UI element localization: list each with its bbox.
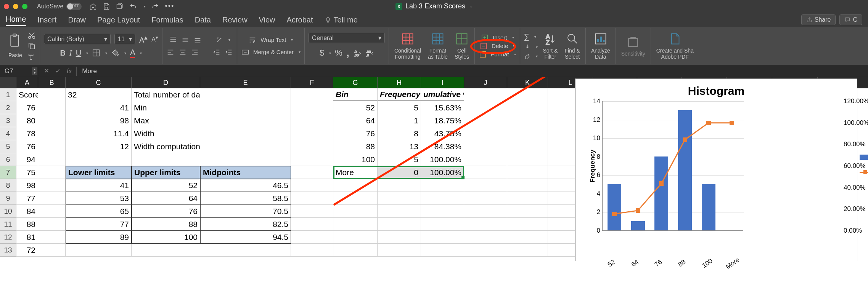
font-size-select[interactable]: 11▾	[114, 34, 135, 44]
cell-H11[interactable]	[378, 218, 421, 231]
decrease-font-icon[interactable]: A▾	[151, 35, 158, 43]
cell-F8[interactable]	[291, 179, 333, 192]
histogram-chart[interactable]: Histogram Frequency 02468101214 0.00%20.…	[575, 78, 857, 261]
cell-I3[interactable]: 18.75%	[421, 114, 464, 127]
row-header-5[interactable]: 5	[0, 140, 16, 153]
row-header-8[interactable]: 8	[0, 179, 16, 192]
align-middle-icon[interactable]	[181, 36, 190, 44]
bold-button[interactable]: B	[60, 49, 66, 57]
cell-E5[interactable]	[200, 140, 291, 153]
align-right-icon[interactable]	[191, 48, 199, 56]
adobe-pdf-button[interactable]: Create and Sha Adobe PDF	[655, 32, 695, 60]
cell-E11[interactable]: 82.5	[200, 218, 291, 231]
cell-K3[interactable]	[507, 114, 548, 127]
col-header-B[interactable]: B	[38, 77, 66, 88]
cell-C9[interactable]: 53	[66, 192, 132, 205]
cell-H9[interactable]	[378, 192, 421, 205]
cell-E7[interactable]: Midpoints	[200, 166, 291, 179]
cell-C11[interactable]: 77	[66, 218, 132, 231]
cell-J3[interactable]	[464, 114, 507, 127]
cell-H3[interactable]: 1	[378, 114, 421, 127]
cell-I9[interactable]	[421, 192, 464, 205]
cell-E4[interactable]	[200, 127, 291, 140]
cell-C13[interactable]	[66, 244, 132, 257]
cell-G2[interactable]: 52	[333, 101, 378, 114]
cell-H5[interactable]: 13	[378, 140, 421, 153]
tab-draw[interactable]: Draw	[68, 14, 86, 26]
row-header-7[interactable]: 7	[0, 166, 16, 179]
cell-C3[interactable]: 98	[66, 114, 132, 127]
cell-A5[interactable]: 76	[16, 140, 38, 153]
cell-J7[interactable]	[464, 166, 507, 179]
cell-A11[interactable]: 88	[16, 218, 38, 231]
increase-indent-icon[interactable]	[225, 48, 233, 56]
autosum-icon[interactable]: ∑	[524, 32, 529, 41]
cell-G3[interactable]: 64	[333, 114, 378, 127]
cell-F7[interactable]	[291, 166, 333, 179]
cell-J13[interactable]	[464, 244, 507, 257]
cell-J11[interactable]	[464, 218, 507, 231]
row-header-2[interactable]: 2	[0, 101, 16, 114]
row-header-6[interactable]: 6	[0, 153, 16, 166]
cell-A9[interactable]: 77	[16, 192, 38, 205]
document-title[interactable]: X Lab 3 Exam Scores ⌄	[395, 2, 473, 10]
cell-E3[interactable]	[200, 114, 291, 127]
cell-K10[interactable]	[507, 205, 548, 218]
cell-J6[interactable]	[464, 153, 507, 166]
row-header-1[interactable]: 1	[0, 88, 16, 101]
col-header-E[interactable]: E	[200, 77, 291, 88]
cell-F3[interactable]	[291, 114, 333, 127]
cell-C10[interactable]: 65	[66, 205, 132, 218]
cell-G10[interactable]	[333, 205, 378, 218]
cell-B9[interactable]	[38, 192, 66, 205]
cell-J12[interactable]	[464, 231, 507, 244]
cell-I2[interactable]: 15.63%	[421, 101, 464, 114]
cell-I1[interactable]: umulative %	[421, 88, 464, 101]
paste-button[interactable]: Paste	[7, 34, 24, 58]
cell-D4[interactable]: Width	[132, 127, 200, 140]
format-painter-icon[interactable]	[27, 53, 36, 61]
orientation-icon[interactable]	[215, 36, 223, 44]
cell-C8[interactable]: 41	[66, 179, 132, 192]
cell-I11[interactable]	[421, 218, 464, 231]
align-top-icon[interactable]	[169, 36, 177, 44]
formula-input[interactable]	[78, 67, 868, 75]
cell-B3[interactable]	[38, 114, 66, 127]
cell-C1[interactable]: 32	[66, 88, 132, 101]
cell-H8[interactable]	[378, 179, 421, 192]
align-bottom-icon[interactable]	[193, 36, 202, 44]
cell-B10[interactable]	[38, 205, 66, 218]
minimize-window-button[interactable]	[13, 4, 18, 9]
align-left-icon[interactable]	[166, 48, 175, 56]
redo-icon[interactable]	[151, 3, 159, 10]
autosave-toggle[interactable]: AutoSave OFF	[37, 3, 82, 10]
cell-G12[interactable]	[333, 231, 378, 244]
row-header-9[interactable]: 9	[0, 192, 16, 205]
col-header-K[interactable]: K	[507, 77, 548, 88]
clear-icon[interactable]	[524, 53, 531, 59]
sort-filter-button[interactable]: AZ Sort & Filter	[542, 32, 559, 60]
cell-D1[interactable]: Total number of data entries	[132, 88, 200, 101]
cell-I13[interactable]	[421, 244, 464, 257]
cell-E9[interactable]: 58.5	[200, 192, 291, 205]
font-name-select[interactable]: Calibri (Body)▾	[44, 34, 111, 44]
cell-H12[interactable]	[378, 231, 421, 244]
fill-icon[interactable]	[524, 43, 531, 50]
cell-E13[interactable]	[200, 244, 291, 257]
col-header-D[interactable]: D	[132, 77, 200, 88]
cell-J9[interactable]	[464, 192, 507, 205]
cell-D8[interactable]: 52	[132, 179, 200, 192]
cell-F13[interactable]	[291, 244, 333, 257]
cell-H4[interactable]: 8	[378, 127, 421, 140]
cell-styles-button[interactable]: Cell Styles	[453, 32, 471, 60]
name-box-stepper[interactable]: ▴▾	[32, 67, 37, 75]
cell-C2[interactable]: 41	[66, 101, 132, 114]
cell-K7[interactable]	[507, 166, 548, 179]
cell-D13[interactable]	[132, 244, 200, 257]
cell-D10[interactable]: 76	[132, 205, 200, 218]
cell-B7[interactable]	[38, 166, 66, 179]
cell-D6[interactable]	[132, 153, 200, 166]
cell-K9[interactable]	[507, 192, 548, 205]
cell-B12[interactable]	[38, 231, 66, 244]
cell-C7[interactable]: Lower limits	[66, 166, 132, 179]
